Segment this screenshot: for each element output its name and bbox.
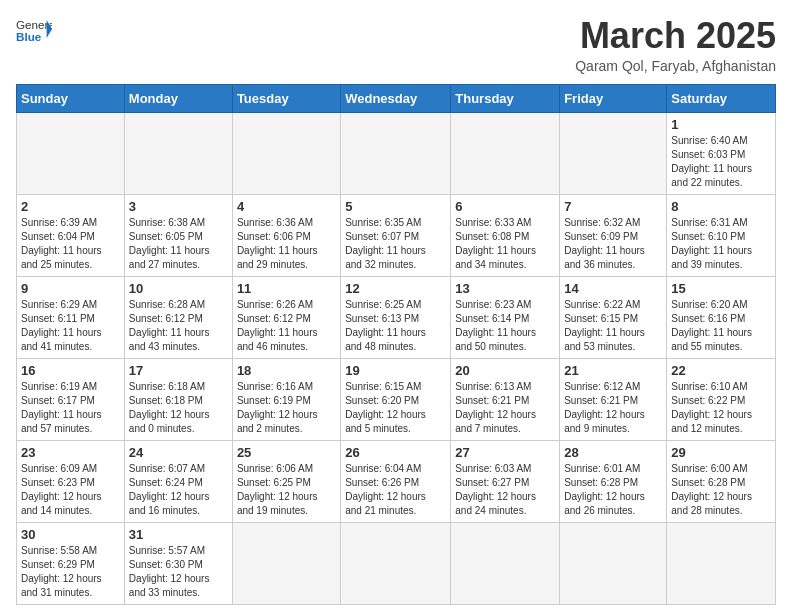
day-info: Sunrise: 6:40 AM Sunset: 6:03 PM Dayligh… bbox=[671, 134, 771, 190]
calendar-cell bbox=[560, 522, 667, 604]
calendar-cell bbox=[232, 522, 340, 604]
day-number: 16 bbox=[21, 363, 120, 378]
day-info: Sunrise: 6:01 AM Sunset: 6:28 PM Dayligh… bbox=[564, 462, 662, 518]
day-info: Sunrise: 6:13 AM Sunset: 6:21 PM Dayligh… bbox=[455, 380, 555, 436]
day-info: Sunrise: 6:23 AM Sunset: 6:14 PM Dayligh… bbox=[455, 298, 555, 354]
week-row-4: 16Sunrise: 6:19 AM Sunset: 6:17 PM Dayli… bbox=[17, 358, 776, 440]
day-info: Sunrise: 6:18 AM Sunset: 6:18 PM Dayligh… bbox=[129, 380, 228, 436]
weekday-header-row: SundayMondayTuesdayWednesdayThursdayFrid… bbox=[17, 84, 776, 112]
day-info: Sunrise: 6:38 AM Sunset: 6:05 PM Dayligh… bbox=[129, 216, 228, 272]
day-number: 3 bbox=[129, 199, 228, 214]
calendar-cell: 26Sunrise: 6:04 AM Sunset: 6:26 PM Dayli… bbox=[341, 440, 451, 522]
calendar-cell: 9Sunrise: 6:29 AM Sunset: 6:11 PM Daylig… bbox=[17, 276, 125, 358]
calendar-cell: 8Sunrise: 6:31 AM Sunset: 6:10 PM Daylig… bbox=[667, 194, 776, 276]
calendar-cell: 16Sunrise: 6:19 AM Sunset: 6:17 PM Dayli… bbox=[17, 358, 125, 440]
calendar-cell: 4Sunrise: 6:36 AM Sunset: 6:06 PM Daylig… bbox=[232, 194, 340, 276]
weekday-header-saturday: Saturday bbox=[667, 84, 776, 112]
logo-icon: General Blue bbox=[16, 16, 52, 44]
week-row-1: 1Sunrise: 6:40 AM Sunset: 6:03 PM Daylig… bbox=[17, 112, 776, 194]
day-number: 9 bbox=[21, 281, 120, 296]
day-info: Sunrise: 6:36 AM Sunset: 6:06 PM Dayligh… bbox=[237, 216, 336, 272]
day-info: Sunrise: 6:10 AM Sunset: 6:22 PM Dayligh… bbox=[671, 380, 771, 436]
day-info: Sunrise: 6:32 AM Sunset: 6:09 PM Dayligh… bbox=[564, 216, 662, 272]
day-info: Sunrise: 5:57 AM Sunset: 6:30 PM Dayligh… bbox=[129, 544, 228, 600]
day-number: 6 bbox=[455, 199, 555, 214]
day-number: 8 bbox=[671, 199, 771, 214]
day-info: Sunrise: 6:35 AM Sunset: 6:07 PM Dayligh… bbox=[345, 216, 446, 272]
calendar-cell: 10Sunrise: 6:28 AM Sunset: 6:12 PM Dayli… bbox=[124, 276, 232, 358]
day-info: Sunrise: 6:39 AM Sunset: 6:04 PM Dayligh… bbox=[21, 216, 120, 272]
calendar-cell: 1Sunrise: 6:40 AM Sunset: 6:03 PM Daylig… bbox=[667, 112, 776, 194]
calendar-cell: 15Sunrise: 6:20 AM Sunset: 6:16 PM Dayli… bbox=[667, 276, 776, 358]
weekday-header-friday: Friday bbox=[560, 84, 667, 112]
calendar-cell: 19Sunrise: 6:15 AM Sunset: 6:20 PM Dayli… bbox=[341, 358, 451, 440]
weekday-header-monday: Monday bbox=[124, 84, 232, 112]
day-number: 18 bbox=[237, 363, 336, 378]
day-info: Sunrise: 6:00 AM Sunset: 6:28 PM Dayligh… bbox=[671, 462, 771, 518]
day-number: 28 bbox=[564, 445, 662, 460]
day-number: 26 bbox=[345, 445, 446, 460]
calendar-table: SundayMondayTuesdayWednesdayThursdayFrid… bbox=[16, 84, 776, 605]
week-row-3: 9Sunrise: 6:29 AM Sunset: 6:11 PM Daylig… bbox=[17, 276, 776, 358]
calendar-cell bbox=[451, 112, 560, 194]
day-number: 14 bbox=[564, 281, 662, 296]
calendar-cell bbox=[341, 112, 451, 194]
day-info: Sunrise: 6:15 AM Sunset: 6:20 PM Dayligh… bbox=[345, 380, 446, 436]
day-number: 4 bbox=[237, 199, 336, 214]
day-info: Sunrise: 6:19 AM Sunset: 6:17 PM Dayligh… bbox=[21, 380, 120, 436]
day-info: Sunrise: 6:07 AM Sunset: 6:24 PM Dayligh… bbox=[129, 462, 228, 518]
day-number: 21 bbox=[564, 363, 662, 378]
calendar-cell: 22Sunrise: 6:10 AM Sunset: 6:22 PM Dayli… bbox=[667, 358, 776, 440]
calendar-cell: 7Sunrise: 6:32 AM Sunset: 6:09 PM Daylig… bbox=[560, 194, 667, 276]
calendar-cell bbox=[667, 522, 776, 604]
day-info: Sunrise: 6:06 AM Sunset: 6:25 PM Dayligh… bbox=[237, 462, 336, 518]
day-number: 24 bbox=[129, 445, 228, 460]
title-block: March 2025 Qaram Qol, Faryab, Afghanista… bbox=[575, 16, 776, 74]
day-number: 12 bbox=[345, 281, 446, 296]
calendar-cell: 3Sunrise: 6:38 AM Sunset: 6:05 PM Daylig… bbox=[124, 194, 232, 276]
calendar-cell: 31Sunrise: 5:57 AM Sunset: 6:30 PM Dayli… bbox=[124, 522, 232, 604]
day-number: 27 bbox=[455, 445, 555, 460]
week-row-5: 23Sunrise: 6:09 AM Sunset: 6:23 PM Dayli… bbox=[17, 440, 776, 522]
day-number: 15 bbox=[671, 281, 771, 296]
day-info: Sunrise: 6:22 AM Sunset: 6:15 PM Dayligh… bbox=[564, 298, 662, 354]
calendar-cell: 2Sunrise: 6:39 AM Sunset: 6:04 PM Daylig… bbox=[17, 194, 125, 276]
month-year-title: March 2025 bbox=[575, 16, 776, 56]
weekday-header-wednesday: Wednesday bbox=[341, 84, 451, 112]
day-info: Sunrise: 6:12 AM Sunset: 6:21 PM Dayligh… bbox=[564, 380, 662, 436]
calendar-cell: 24Sunrise: 6:07 AM Sunset: 6:24 PM Dayli… bbox=[124, 440, 232, 522]
day-number: 19 bbox=[345, 363, 446, 378]
calendar-cell: 25Sunrise: 6:06 AM Sunset: 6:25 PM Dayli… bbox=[232, 440, 340, 522]
week-row-6: 30Sunrise: 5:58 AM Sunset: 6:29 PM Dayli… bbox=[17, 522, 776, 604]
day-number: 5 bbox=[345, 199, 446, 214]
day-number: 20 bbox=[455, 363, 555, 378]
day-number: 7 bbox=[564, 199, 662, 214]
day-info: Sunrise: 6:33 AM Sunset: 6:08 PM Dayligh… bbox=[455, 216, 555, 272]
day-info: Sunrise: 5:58 AM Sunset: 6:29 PM Dayligh… bbox=[21, 544, 120, 600]
calendar-cell: 27Sunrise: 6:03 AM Sunset: 6:27 PM Dayli… bbox=[451, 440, 560, 522]
calendar-cell bbox=[124, 112, 232, 194]
calendar-cell: 30Sunrise: 5:58 AM Sunset: 6:29 PM Dayli… bbox=[17, 522, 125, 604]
day-info: Sunrise: 6:09 AM Sunset: 6:23 PM Dayligh… bbox=[21, 462, 120, 518]
day-info: Sunrise: 6:03 AM Sunset: 6:27 PM Dayligh… bbox=[455, 462, 555, 518]
day-info: Sunrise: 6:16 AM Sunset: 6:19 PM Dayligh… bbox=[237, 380, 336, 436]
calendar-cell: 29Sunrise: 6:00 AM Sunset: 6:28 PM Dayli… bbox=[667, 440, 776, 522]
day-info: Sunrise: 6:31 AM Sunset: 6:10 PM Dayligh… bbox=[671, 216, 771, 272]
weekday-header-thursday: Thursday bbox=[451, 84, 560, 112]
day-number: 13 bbox=[455, 281, 555, 296]
calendar-cell: 11Sunrise: 6:26 AM Sunset: 6:12 PM Dayli… bbox=[232, 276, 340, 358]
day-info: Sunrise: 6:28 AM Sunset: 6:12 PM Dayligh… bbox=[129, 298, 228, 354]
calendar-cell: 21Sunrise: 6:12 AM Sunset: 6:21 PM Dayli… bbox=[560, 358, 667, 440]
day-info: Sunrise: 6:20 AM Sunset: 6:16 PM Dayligh… bbox=[671, 298, 771, 354]
calendar-cell: 17Sunrise: 6:18 AM Sunset: 6:18 PM Dayli… bbox=[124, 358, 232, 440]
day-number: 2 bbox=[21, 199, 120, 214]
calendar-cell: 23Sunrise: 6:09 AM Sunset: 6:23 PM Dayli… bbox=[17, 440, 125, 522]
weekday-header-tuesday: Tuesday bbox=[232, 84, 340, 112]
day-number: 17 bbox=[129, 363, 228, 378]
calendar-cell bbox=[17, 112, 125, 194]
calendar-cell bbox=[560, 112, 667, 194]
location-subtitle: Qaram Qol, Faryab, Afghanistan bbox=[575, 58, 776, 74]
day-number: 10 bbox=[129, 281, 228, 296]
calendar-cell: 12Sunrise: 6:25 AM Sunset: 6:13 PM Dayli… bbox=[341, 276, 451, 358]
day-number: 23 bbox=[21, 445, 120, 460]
